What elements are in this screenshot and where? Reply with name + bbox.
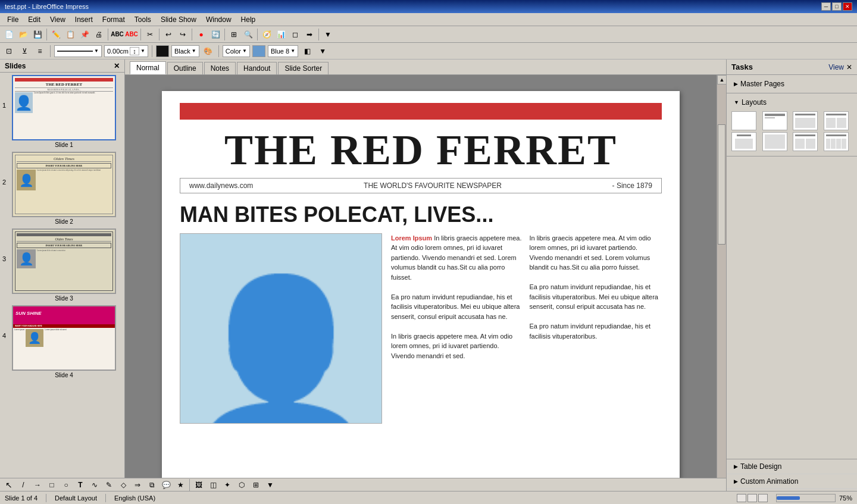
3d-icon[interactable]: ⬡ xyxy=(235,478,248,492)
edit-icon[interactable]: ✏️ xyxy=(49,28,62,41)
slides-panel-close[interactable]: ✕ xyxy=(114,62,120,70)
freeform-icon[interactable]: ✎ xyxy=(102,478,115,492)
line-draw-icon[interactable]: / xyxy=(17,478,30,492)
undo-icon[interactable]: ↩ xyxy=(162,28,175,41)
tasks-close-icon[interactable]: ✕ xyxy=(846,63,852,71)
line-width-dropdown[interactable]: 0.00cm ↕ ▼ xyxy=(104,45,148,57)
tasks-view-button[interactable]: View xyxy=(828,63,844,71)
outline-view-btn[interactable] xyxy=(747,494,757,502)
layout-centered[interactable] xyxy=(731,132,756,151)
new-icon[interactable]: 📄 xyxy=(2,28,15,41)
menu-slideshow[interactable]: Slide Show xyxy=(156,14,201,25)
more-icon[interactable]: ▼ xyxy=(321,28,334,41)
slide-thumb-2[interactable]: Olden Times INSERT YOUR HEADLINE HERE 👤 … xyxy=(12,152,116,217)
menu-window[interactable]: Window xyxy=(201,14,236,25)
ellipse-draw-icon[interactable]: ○ xyxy=(60,478,73,492)
master-pages-toggle[interactable]: ▶ Master Pages xyxy=(727,77,857,90)
layout-title[interactable] xyxy=(762,111,787,130)
shadow-icon[interactable]: ◧ xyxy=(301,45,314,58)
fill-color-swatch[interactable] xyxy=(252,45,265,57)
menu-view[interactable]: View xyxy=(45,14,70,25)
layout-two-col[interactable] xyxy=(824,111,849,130)
redo-icon[interactable]: ↪ xyxy=(176,28,189,41)
shadow-draw-icon[interactable]: ◫ xyxy=(207,478,220,492)
custom-animation-item[interactable]: ▶ Custom Animation xyxy=(727,474,857,489)
normal-view-btn[interactable] xyxy=(737,494,746,502)
arrow-shapes-icon[interactable]: ⇒ xyxy=(131,478,144,492)
slide-item-2[interactable]: 2 Olden Times INSERT YOUR HEADLINE HERE … xyxy=(2,152,122,225)
tab-slide-sorter[interactable]: Slide Sorter xyxy=(278,62,329,74)
circle-icon[interactable]: ● xyxy=(195,28,208,41)
arrow-icon[interactable]: ➡ xyxy=(303,28,316,41)
align-icon[interactable]: ⊻ xyxy=(18,45,31,58)
table-design-item[interactable]: ▶ Table Design xyxy=(727,459,857,474)
slide-thumb-4[interactable]: SUN SHINE INSERT YOUR HEADLINE HERE Lore… xyxy=(12,305,116,371)
cut-icon[interactable]: ✂ xyxy=(143,28,157,41)
slide-item-4[interactable]: 4 SUN SHINE INSERT YOUR HEADLINE HERE Lo… xyxy=(2,305,122,378)
scroll-up-arrow[interactable]: ▲ xyxy=(717,75,726,84)
zoom-icon[interactable]: 🔍 xyxy=(242,28,255,41)
more2-icon[interactable]: ▼ xyxy=(316,45,329,58)
fill-color-dropdown[interactable]: Blue 8 ▼ xyxy=(268,45,298,57)
tab-handout[interactable]: Handout xyxy=(237,62,277,74)
align2-icon[interactable]: ≡ xyxy=(33,45,46,58)
flowchart-icon[interactable]: ⧉ xyxy=(145,478,158,492)
grid-icon[interactable]: ⊞ xyxy=(227,28,240,41)
arrow-draw-icon[interactable]: → xyxy=(31,478,44,492)
snap-icon[interactable]: ⊡ xyxy=(2,45,15,58)
rect-draw-icon[interactable]: □ xyxy=(45,478,58,492)
close-button[interactable]: ✕ xyxy=(843,2,852,11)
zoom-slider[interactable] xyxy=(776,494,836,502)
select-icon[interactable]: ↖ xyxy=(2,478,15,492)
text-draw-icon[interactable]: T xyxy=(74,478,87,492)
paste-icon[interactable]: 📌 xyxy=(78,28,91,41)
slide-sorter-view-btn[interactable] xyxy=(758,494,768,502)
slide-item-1[interactable]: 1 THE RED FERRET MAN BITES POLECAT, LIVE… xyxy=(2,75,122,148)
table-icon[interactable]: ⊞ xyxy=(249,478,262,492)
open-icon[interactable]: 📂 xyxy=(17,28,30,41)
menu-insert[interactable]: Insert xyxy=(70,14,98,25)
refresh-icon[interactable]: 🔄 xyxy=(209,28,222,41)
layout-four-col[interactable] xyxy=(824,132,849,151)
layout-title-content[interactable] xyxy=(793,111,818,130)
copy-icon[interactable]: 📋 xyxy=(64,28,77,41)
fill-type-dropdown[interactable]: Color ▼ xyxy=(223,45,250,57)
menu-tools[interactable]: Tools xyxy=(130,14,156,25)
layout-content-only[interactable] xyxy=(762,132,787,151)
tab-normal[interactable]: Normal xyxy=(130,61,166,74)
layout-title-two-col[interactable] xyxy=(793,132,818,151)
more-draw-icon[interactable]: ▼ xyxy=(264,478,277,492)
curve-draw-icon[interactable]: ∿ xyxy=(88,478,101,492)
save-icon[interactable]: 💾 xyxy=(31,28,44,41)
chart-icon[interactable]: 📊 xyxy=(274,28,287,41)
shapes-icon[interactable]: ◇ xyxy=(117,478,130,492)
effects-icon[interactable]: ✦ xyxy=(221,478,234,492)
vscroll-track[interactable] xyxy=(717,84,726,485)
insert-image-icon[interactable]: 🖼 xyxy=(192,478,205,492)
callout-icon[interactable]: 💬 xyxy=(159,478,173,492)
menu-edit[interactable]: Edit xyxy=(23,14,45,25)
layout-blank[interactable] xyxy=(731,111,756,130)
menu-help[interactable]: Help xyxy=(236,14,261,25)
slide-item-3[interactable]: 3 Olden Times INSERT YOUR HEADLINE HERE … xyxy=(2,228,122,302)
slide-content[interactable]: THE RED FERRET www.dailynews.com THE WOR… xyxy=(162,91,680,479)
spell2-icon[interactable]: ABC xyxy=(125,28,138,41)
nav-icon[interactable]: 🧭 xyxy=(260,28,273,41)
line-color-swatch[interactable] xyxy=(156,45,169,57)
tab-notes[interactable]: Notes xyxy=(204,62,236,74)
maximize-button[interactable]: □ xyxy=(832,2,842,11)
spell-icon[interactable]: ABC xyxy=(111,28,124,41)
color-name-dropdown[interactable]: Black ▼ xyxy=(171,45,199,57)
line-style-dropdown[interactable]: ▼ xyxy=(54,45,102,57)
tab-outline[interactable]: Outline xyxy=(167,62,203,74)
print-icon[interactable]: 🖨 xyxy=(92,28,105,41)
color-picker-icon[interactable]: 🎨 xyxy=(202,45,215,58)
star-shapes-icon[interactable]: ★ xyxy=(174,478,187,492)
vertical-scrollbar[interactable]: ▲ ▼ xyxy=(717,75,726,494)
minimize-button[interactable]: ─ xyxy=(821,2,831,11)
slide-thumb-3[interactable]: Olden Times INSERT YOUR HEADLINE HERE 👤 … xyxy=(12,228,116,294)
layouts-toggle[interactable]: ▼ Layouts xyxy=(727,96,857,109)
menu-format[interactable]: Format xyxy=(98,14,130,25)
slide-thumb-1[interactable]: THE RED FERRET MAN BITES POLECAT, LIVES.… xyxy=(12,75,116,140)
shape-icon[interactable]: ◻ xyxy=(289,28,302,41)
